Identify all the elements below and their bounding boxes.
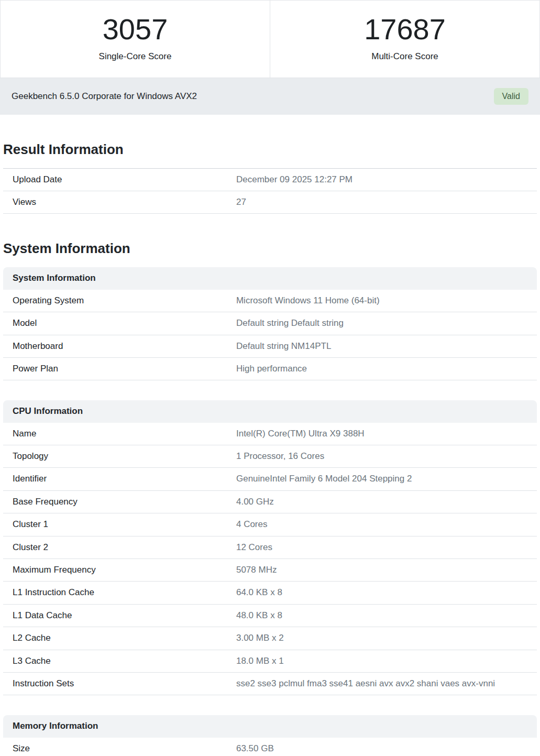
system-information-table: Operating System Microsoft Windows 11 Ho… xyxy=(3,290,537,381)
row-label: Motherboard xyxy=(3,335,227,357)
row-label: Maximum Frequency xyxy=(3,559,227,582)
row-value: 4 Cores xyxy=(227,513,537,536)
row-value: 63.50 GB xyxy=(227,738,537,756)
table-row: Name Intel(R) Core(TM) Ultra X9 388H xyxy=(3,423,537,445)
memory-information-card-header: Memory Information xyxy=(3,715,537,737)
benchmark-version-text: Geekbench 6.5.0 Corporate for Windows AV… xyxy=(12,91,197,102)
table-row: Operating System Microsoft Windows 11 Ho… xyxy=(3,290,537,312)
row-value: Default string Default string xyxy=(227,312,537,335)
row-label: L2 Cache xyxy=(3,627,227,650)
single-core-score-label: Single-Core Score xyxy=(1,51,270,62)
row-value: 27 xyxy=(227,191,537,214)
row-label: L1 Instruction Cache xyxy=(3,582,227,604)
row-value: 1 Processor, 16 Cores xyxy=(227,445,537,468)
row-value: 48.0 KB x 8 xyxy=(227,604,537,627)
table-row: Instruction Sets sse2 sse3 pclmul fma3 s… xyxy=(3,673,537,695)
row-value: 18.0 MB x 1 xyxy=(227,650,537,672)
row-value: 64.0 KB x 8 xyxy=(227,582,537,604)
row-label: Base Frequency xyxy=(3,490,227,513)
memory-information-card: Memory Information Size 63.50 GB xyxy=(3,715,537,756)
row-label: Cluster 1 xyxy=(3,513,227,536)
row-label: Views xyxy=(3,191,227,214)
row-label: Topology xyxy=(3,445,227,468)
row-value: 4.00 GHz xyxy=(227,490,537,513)
table-row: L1 Instruction Cache 64.0 KB x 8 xyxy=(3,582,537,604)
multi-core-score-label: Multi-Core Score xyxy=(270,51,539,62)
row-value: 12 Cores xyxy=(227,536,537,558)
benchmark-version-bar: Geekbench 6.5.0 Corporate for Windows AV… xyxy=(0,78,540,115)
cpu-information-table: Name Intel(R) Core(TM) Ultra X9 388H Top… xyxy=(3,423,537,696)
row-label: Model xyxy=(3,312,227,335)
table-row: L1 Data Cache 48.0 KB x 8 xyxy=(3,604,537,627)
table-row: Base Frequency 4.00 GHz xyxy=(3,490,537,513)
table-row: Upload Date December 09 2025 12:27 PM xyxy=(3,168,537,191)
geekbench-result-page: 3057 Single-Core Score 17687 Multi-Core … xyxy=(0,0,540,756)
valid-status-badge: Valid xyxy=(494,88,528,105)
row-label: Power Plan xyxy=(3,357,227,380)
row-label: L1 Data Cache xyxy=(3,604,227,627)
row-label: Name xyxy=(3,423,227,445)
multi-core-score-panel: 17687 Multi-Core Score xyxy=(270,0,540,78)
table-row: Motherboard Default string NM14PTL xyxy=(3,335,537,357)
row-value: High performance xyxy=(227,357,537,380)
cpu-information-card-header: CPU Information xyxy=(3,400,537,422)
result-information-heading: Result Information xyxy=(3,115,537,168)
table-row: Identifier GenuineIntel Family 6 Model 2… xyxy=(3,468,537,490)
row-value: 5078 MHz xyxy=(227,559,537,582)
system-information-heading: System Information xyxy=(3,214,537,267)
table-row: Topology 1 Processor, 16 Cores xyxy=(3,445,537,468)
row-value: December 09 2025 12:27 PM xyxy=(227,168,537,191)
row-label: Instruction Sets xyxy=(3,673,227,695)
table-row: Power Plan High performance xyxy=(3,357,537,380)
row-label: Size xyxy=(3,738,227,756)
system-information-card: System Information Operating System Micr… xyxy=(3,267,537,380)
row-value: Intel(R) Core(TM) Ultra X9 388H xyxy=(227,423,537,445)
score-summary: 3057 Single-Core Score 17687 Multi-Core … xyxy=(0,0,540,78)
row-value: Microsoft Windows 11 Home (64-bit) xyxy=(227,290,537,312)
system-information-card-header: System Information xyxy=(3,267,537,289)
memory-information-table: Size 63.50 GB xyxy=(3,738,537,756)
multi-core-score-value: 17687 xyxy=(270,14,539,45)
row-label: Cluster 2 xyxy=(3,536,227,558)
row-value: GenuineIntel Family 6 Model 204 Stepping… xyxy=(227,468,537,490)
row-value: sse2 sse3 pclmul fma3 sse41 aesni avx av… xyxy=(227,673,537,695)
table-row: Cluster 2 12 Cores xyxy=(3,536,537,558)
single-core-score-value: 3057 xyxy=(1,14,270,45)
single-core-score-panel: 3057 Single-Core Score xyxy=(0,0,270,78)
table-row: Views 27 xyxy=(3,191,537,214)
row-label: L3 Cache xyxy=(3,650,227,672)
row-value: Default string NM14PTL xyxy=(227,335,537,357)
table-row: Size 63.50 GB xyxy=(3,738,537,756)
row-label: Operating System xyxy=(3,290,227,312)
table-row: L2 Cache 3.00 MB x 2 xyxy=(3,627,537,650)
cpu-information-card: CPU Information Name Intel(R) Core(TM) U… xyxy=(3,400,537,695)
table-row: Model Default string Default string xyxy=(3,312,537,335)
table-row: L3 Cache 18.0 MB x 1 xyxy=(3,650,537,672)
row-label: Upload Date xyxy=(3,168,227,191)
result-content: Result Information Upload Date December … xyxy=(0,115,540,756)
row-label: Identifier xyxy=(3,468,227,490)
table-row: Cluster 1 4 Cores xyxy=(3,513,537,536)
result-information-table: Upload Date December 09 2025 12:27 PM Vi… xyxy=(3,168,537,214)
table-row: Maximum Frequency 5078 MHz xyxy=(3,559,537,582)
row-value: 3.00 MB x 2 xyxy=(227,627,537,650)
